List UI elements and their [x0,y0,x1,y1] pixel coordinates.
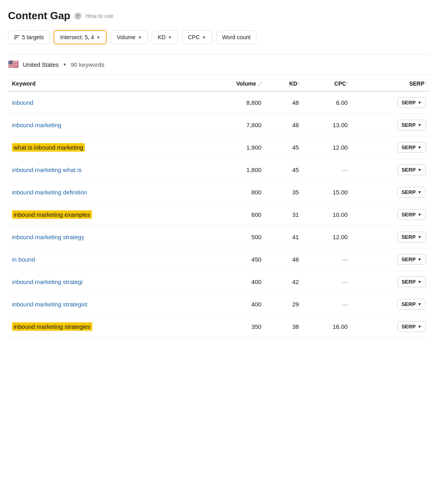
serp-button[interactable]: SERP ▼ [397,142,426,153]
serp-cell: SERP ▼ [352,248,430,271]
help-icon[interactable]: ? [74,12,82,20]
table-wrapper: Keyword Volume ↓ⁱ KDⁱ CPCⁱ SERPⁱ in [8,75,430,338]
table-row: in bound45048—SERP ▼ [8,248,430,271]
volume-cell: 500 [195,226,265,248]
intersect-chevron-icon: ▼ [96,35,100,40]
serp-info-icon: ⁱ [425,82,426,86]
keyword-cell[interactable]: inbound marketing strategist [8,293,195,316]
volume-info-icon: ⁱ [261,82,261,86]
keyword-cell[interactable]: inbound marketing strategy [8,226,195,248]
kd-cell: 42 [265,271,303,293]
table-row: inbound8,800486.00SERP ▼ [8,91,430,114]
intersect-button[interactable]: Intersect: 5, 4 ▼ [54,30,107,44]
serp-button[interactable]: SERP ▼ [397,276,426,287]
table-row: inbound marketing definition8003515.00SE… [8,181,430,204]
keyword-cell[interactable]: inbound marketing strategi [8,271,195,293]
serp-button[interactable]: SERP ▼ [397,120,426,130]
dash-icon: — [342,256,348,263]
serp-button[interactable]: SERP ▼ [397,299,426,310]
volume-cell: 400 [195,293,265,316]
cpc-cell: — [303,271,352,293]
serp-label: SERP [402,144,416,150]
serp-chevron-icon: ▼ [418,235,422,239]
kd-info-icon: ⁱ [298,82,299,86]
kd-cell: 38 [265,316,303,338]
kd-cell: 31 [265,204,303,226]
table-row: inbound marketing strategi40042—SERP ▼ [8,271,430,293]
volume-cell: 8,800 [195,91,265,114]
country-name[interactable]: United States [23,61,59,68]
cpc-button[interactable]: CPC ▼ [182,30,212,44]
keyword-cell[interactable]: inbound marketing what is [8,159,195,181]
keyword-count: 90 keywords [71,61,104,68]
serp-button[interactable]: SERP ▼ [397,232,426,242]
targets-button[interactable]: 5 targets [8,30,50,44]
cpc-label: CPC [188,34,200,40]
country-chevron-icon[interactable]: ▼ [63,62,67,67]
volume-cell: 800 [195,181,265,204]
toolbar: 5 targets Intersect: 5, 4 ▼ Volume ▼ KD … [8,30,430,44]
serp-chevron-icon: ▼ [418,145,422,150]
serp-label: SERP [402,256,416,262]
table-row: inbound marketing7,8004813.00SERP ▼ [8,114,430,136]
volume-cell: 600 [195,204,265,226]
serp-label: SERP [402,122,416,128]
page-wrapper: Content Gap ? How to use 5 targets Inter… [0,0,438,504]
kd-label: KD [158,34,165,40]
country-flag-icon: 🇺🇸 [8,59,19,70]
volume-cell: 1,800 [195,159,265,181]
serp-chevron-icon: ▼ [418,280,422,284]
cpc-cell: — [303,248,352,271]
serp-label: SERP [402,212,416,218]
kd-cell: 48 [265,91,303,114]
word-count-button[interactable]: Word count [216,30,257,44]
header-section: Content Gap ? How to use [8,10,430,22]
volume-cell: 7,800 [195,114,265,136]
keyword-cell[interactable]: inbound [8,91,195,114]
serp-cell: SERP ▼ [352,181,430,204]
keyword-cell[interactable]: inbound marketing [8,114,195,136]
serp-button[interactable]: SERP ▼ [397,187,426,198]
serp-label: SERP [402,100,416,106]
kd-chevron-icon: ▼ [168,35,172,40]
kd-cell: 45 [265,136,303,159]
volume-button[interactable]: Volume ▼ [111,30,148,44]
serp-cell: SERP ▼ [352,271,430,293]
volume-cell: 350 [195,316,265,338]
serp-button[interactable]: SERP ▼ [397,209,426,220]
kd-button[interactable]: KD ▼ [152,30,178,44]
cpc-cell: 12.00 [303,136,352,159]
serp-label: SERP [402,324,416,330]
highlighted-keyword: what is inbound marketing [12,143,85,152]
volume-chevron-icon: ▼ [138,35,142,40]
serp-chevron-icon: ▼ [418,302,422,306]
serp-button[interactable]: SERP ▼ [397,254,426,265]
country-section: 🇺🇸 United States ▼ 90 keywords [8,54,430,75]
filter-line-1 [14,35,20,36]
serp-button[interactable]: SERP ▼ [397,97,426,108]
how-to-use-link[interactable]: How to use [86,13,113,19]
col-kd[interactable]: KDⁱ [265,75,303,91]
keyword-cell[interactable]: inbound marketing strategies [8,316,195,338]
col-cpc[interactable]: CPCⁱ [303,75,352,91]
cpc-cell: 13.00 [303,114,352,136]
keyword-cell[interactable]: inbound marketing definition [8,181,195,204]
serp-chevron-icon: ▼ [418,123,422,127]
serp-label: SERP [402,189,416,195]
cpc-cell: 15.00 [303,181,352,204]
keyword-cell[interactable]: what is inbound marketing [8,136,195,159]
col-volume[interactable]: Volume ↓ⁱ [195,75,265,91]
serp-chevron-icon: ▼ [418,324,422,329]
serp-cell: SERP ▼ [352,316,430,338]
serp-cell: SERP ▼ [352,226,430,248]
cpc-cell: — [303,159,352,181]
targets-label: 5 targets [22,34,44,40]
serp-label: SERP [402,301,416,307]
keyword-cell[interactable]: inbound marketing examples [8,204,195,226]
keyword-cell[interactable]: in bound [8,248,195,271]
serp-button[interactable]: SERP ▼ [397,321,426,332]
serp-button[interactable]: SERP ▼ [397,164,426,175]
table-row: inbound marketing what is1,80045—SERP ▼ [8,159,430,181]
cpc-info-icon: ⁱ [347,82,348,86]
highlighted-keyword: inbound marketing examples [12,210,92,219]
